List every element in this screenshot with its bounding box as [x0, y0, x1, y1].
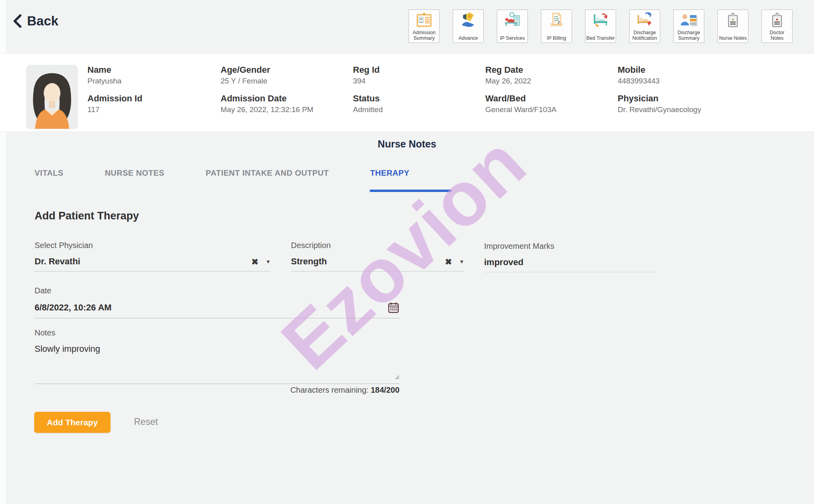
discharge-summary-icon — [680, 12, 698, 28]
tool-label: Doctor Notes — [763, 30, 791, 41]
field-label: Ward/Bed — [485, 93, 556, 105]
calendar-icon[interactable] — [388, 302, 399, 314]
patient-col-4: Reg Date May 26, 2022 Ward/Bed General W… — [485, 64, 556, 121]
tool-label: Nurse Notes — [719, 35, 746, 41]
improvement-marks-label: Improvement Marks — [484, 242, 657, 251]
advance-icon — [459, 12, 477, 28]
page-title: Nurse Notes — [0, 138, 814, 150]
patient-avatar — [26, 65, 78, 129]
select-physician-field: Select Physician Dr. Revathi ✖ ▼ — [35, 241, 271, 271]
bed-transfer-icon — [591, 12, 610, 28]
doctor-notes-icon — [768, 12, 786, 28]
field-value: Pratyusha — [87, 76, 142, 86]
tab-therapy[interactable]: THERAPY — [370, 169, 409, 178]
field-label: Status — [353, 93, 383, 105]
tool-label: Discharge Notification — [630, 30, 659, 41]
field-value: 25 Y / Female — [221, 76, 313, 86]
field-value: 117 — [87, 105, 142, 114]
patient-col-3: Reg Id 394 Status Admitted — [353, 64, 383, 121]
ip-billing-icon — [547, 12, 566, 28]
tool-label: IP Services — [500, 35, 525, 41]
back-button[interactable]: Back — [13, 14, 58, 29]
clear-icon[interactable]: ✖ — [252, 258, 259, 266]
patient-info-band: Name Pratyusha Admission Id 117 Age/Gend… — [0, 53, 814, 132]
tool-label: Advance — [459, 35, 478, 41]
admission-summary-button[interactable]: Admission Summary — [409, 10, 440, 43]
tool-label: IP Billing — [547, 35, 566, 41]
tool-label: Discharge Summary — [674, 30, 703, 41]
notes-field: Notes Slowly improving — [35, 328, 399, 384]
ip-billing-button[interactable]: IP Billing — [541, 10, 572, 43]
field-value: Dr. Revathi/Gynaecology — [618, 105, 701, 114]
active-tab-indicator — [370, 190, 452, 192]
chevron-down-icon[interactable]: ▼ — [459, 259, 464, 264]
advance-button[interactable]: Advance — [453, 10, 484, 43]
notes-textarea[interactable]: Slowly improving — [35, 344, 399, 384]
notes-label: Notes — [35, 328, 399, 337]
notes-value[interactable]: Slowly improving — [35, 344, 399, 354]
discharge-notification-icon — [636, 12, 654, 28]
form-title: Add Patient Therapy — [35, 210, 139, 222]
ip-services-button[interactable]: IP Services — [497, 10, 528, 43]
characters-remaining: Characters remaining: 184/200 — [35, 386, 399, 395]
icon-toolbar: Admission Summary Advance — [409, 10, 793, 43]
description-value[interactable]: Strength — [291, 256, 445, 267]
doctor-notes-button[interactable]: Doctor Notes — [762, 10, 793, 43]
resize-grip-icon[interactable] — [394, 374, 399, 381]
field-label: Reg Id — [353, 64, 383, 76]
tool-label: Bed Transfer — [586, 35, 615, 41]
admission-summary-icon — [415, 12, 433, 28]
improvement-marks-field: Improvement Marks improved — [484, 242, 657, 272]
add-therapy-button[interactable]: Add Therapy — [34, 412, 110, 433]
nurse-notes-button[interactable]: Nurse Notes — [717, 10, 748, 43]
field-label: Admission Id — [87, 93, 142, 105]
tab-nurse-notes[interactable]: NURSE NOTES — [105, 169, 165, 178]
field-value: General Ward/F103A — [485, 105, 556, 114]
discharge-summary-button[interactable]: Discharge Summary — [673, 10, 704, 43]
field-label: Name — [87, 64, 142, 76]
tab-patient-intake-and-output[interactable]: PATIENT INTAKE AND OUTPUT — [206, 169, 329, 178]
bed-transfer-button[interactable]: Bed Transfer — [585, 10, 616, 43]
date-label: Date — [35, 286, 399, 295]
improvement-marks-value[interactable]: improved — [484, 257, 657, 268]
field-label: Mobile — [618, 64, 701, 76]
description-label: Description — [291, 241, 464, 250]
field-value: Admitted — [353, 105, 383, 114]
characters-remaining-value: 184/200 — [371, 386, 399, 394]
female-avatar-illustration — [26, 65, 78, 129]
ip-services-icon — [503, 12, 521, 28]
field-value: 4483993443 — [618, 76, 701, 86]
characters-remaining-label: Characters remaining: — [290, 386, 368, 394]
select-physician-value[interactable]: Dr. Revathi — [35, 256, 252, 267]
patient-col-2: Age/Gender 25 Y / Female Admission Date … — [221, 64, 313, 121]
field-label: Physician — [618, 93, 701, 105]
date-field: Date 6/8/2022, 10:26 AM — [35, 286, 399, 318]
field-value: May 26, 2022 — [485, 76, 556, 86]
reset-button[interactable]: Reset — [134, 417, 158, 427]
tool-label: Admission Summary — [410, 30, 438, 41]
clear-icon[interactable]: ✖ — [445, 258, 452, 266]
select-physician-label: Select Physician — [35, 241, 271, 250]
chevron-left-icon — [13, 14, 21, 28]
patient-col-1: Name Pratyusha Admission Id 117 — [87, 64, 142, 121]
field-value: 394 — [353, 76, 383, 86]
patient-col-5: Mobile 4483993443 Physician Dr. Revathi/… — [618, 64, 701, 121]
field-label: Reg Date — [485, 64, 556, 76]
field-label: Age/Gender — [221, 64, 313, 76]
description-field: Description Strength ✖ ▼ — [291, 241, 464, 271]
field-value: May 26, 2022, 12:32:16 PM — [221, 105, 313, 114]
tab-vitals[interactable]: VITALS — [35, 169, 64, 178]
tab-bar: VITALS NURSE NOTES PATIENT INTAKE AND OU… — [35, 169, 409, 178]
nurse-notes-icon — [724, 12, 742, 28]
date-value[interactable]: 6/8/2022, 10:26 AM — [35, 302, 388, 313]
discharge-notification-button[interactable]: Discharge Notification — [629, 10, 660, 43]
chevron-down-icon[interactable]: ▼ — [266, 259, 271, 264]
field-label: Admission Date — [221, 93, 313, 105]
nurse-notes-page: Back Admission Summary — [0, 0, 814, 504]
back-label: Back — [27, 14, 58, 29]
